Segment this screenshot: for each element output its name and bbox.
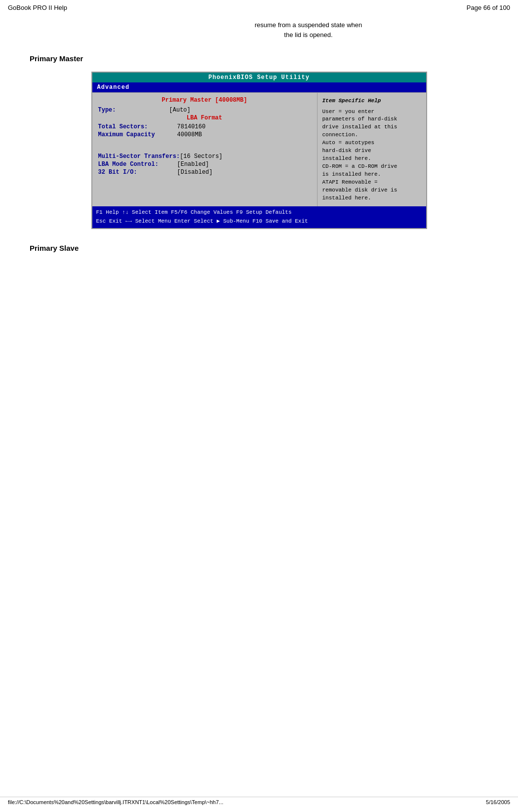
total-sectors-label: Total Sectors: [98, 123, 177, 130]
bios-right-panel: Item Specific Help User = you enter para… [318, 93, 426, 206]
lba-mode-value: [Enabled] [177, 161, 209, 168]
footer-filepath: file://C:\Documents%20and%20Settings\bar… [8, 799, 223, 805]
page-header: GoBook PRO II Help Page 66 of 100 [0, 0, 518, 15]
bit32-value: [Disabled] [177, 169, 213, 176]
intro-text: resume from a suspended state when the l… [128, 20, 488, 39]
primary-slave-heading: Primary Slave [30, 244, 488, 252]
bios-left-panel: Primary Master [40008MB] Type: [Auto] LB… [92, 93, 318, 206]
bios-body: Primary Master [40008MB] Type: [Auto] LB… [92, 92, 426, 206]
bios-section-header: Primary Master [40008MB] [98, 97, 311, 104]
lba-mode-row: LBA Mode Control: [Enabled] [98, 161, 311, 168]
bios-title: PhoenixBIOS Setup Utility [92, 73, 426, 82]
type-value: [Auto] [169, 107, 191, 114]
multi-sector-value: [16 Sectors] [180, 153, 222, 160]
bios-menu: Advanced [92, 82, 426, 92]
max-capacity-value: 40008MB [177, 131, 202, 138]
max-capacity-row: Maximum Capacity 40008MB [98, 131, 311, 138]
multi-sector-label: Multi-Sector Transfers: [98, 153, 180, 160]
bios-screenshot: PhoenixBIOS Setup Utility Advanced Prima… [91, 72, 427, 229]
footer-date: 5/16/2005 [486, 799, 510, 805]
intro-line2: the lid is opened. [284, 31, 332, 39]
lba-mode-label: LBA Mode Control: [98, 161, 177, 168]
multi-sector-row: Multi-Sector Transfers: [16 Sectors] [98, 153, 311, 160]
intro-line1: resume from a suspended state when [255, 21, 362, 29]
bios-type-row: Type: [Auto] [98, 107, 311, 114]
total-sectors-value: 78140160 [177, 123, 206, 130]
bit32-label: 32 Bit I/O: [98, 169, 177, 176]
bios-footer: F1 Help ↑↓ Select Item F5/F6 Change Valu… [92, 206, 426, 228]
total-sectors-row: Total Sectors: 78140160 [98, 123, 311, 130]
bit32-row: 32 Bit I/O: [Disabled] [98, 169, 311, 176]
max-capacity-label: Maximum Capacity [98, 131, 177, 138]
lba-format: LBA Format [98, 115, 311, 121]
page-footer: file://C:\Documents%20and%20Settings\bar… [0, 797, 518, 807]
page-content: resume from a suspended state when the l… [0, 15, 518, 287]
bios-help-text: User = you enter parameters of hard-disk… [322, 108, 421, 202]
page-info: Page 66 of 100 [467, 4, 510, 11]
type-label: Type: [98, 107, 116, 114]
app-title: GoBook PRO II Help [8, 4, 67, 11]
item-specific-help-header: Item Specific Help [322, 97, 421, 105]
bios-separator [98, 142, 311, 149]
primary-master-heading: Primary Master [30, 54, 488, 63]
bios-footer-line1: F1 Help ↑↓ Select Item F5/F6 Change Valu… [96, 208, 422, 217]
bios-footer-line2: Esc Exit ←→ Select Menu Enter Select ▶ S… [96, 217, 422, 226]
